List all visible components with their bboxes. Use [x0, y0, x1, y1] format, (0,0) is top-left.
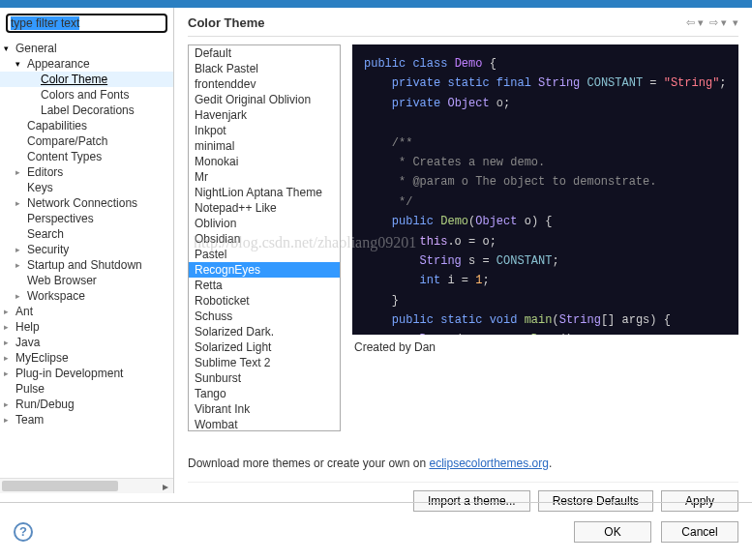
theme-item-vibrant-ink[interactable]: Vibrant Ink [189, 401, 340, 417]
expand-icon[interactable] [4, 368, 14, 378]
theme-item-roboticket[interactable]: Roboticket [189, 293, 340, 309]
download-link[interactable]: eclipsecolorthemes.org [429, 457, 548, 470]
tree-item-network-connections[interactable]: Network Connections [0, 195, 173, 211]
tree-item-search[interactable]: Search [0, 226, 173, 242]
tree-item-label: Color Theme [39, 73, 107, 86]
tree-item-workspace[interactable]: Workspace [0, 288, 173, 304]
theme-item-minimal[interactable]: minimal [189, 138, 340, 154]
horizontal-scrollbar[interactable]: ◂ ▸ [0, 478, 173, 493]
expand-icon[interactable] [4, 415, 14, 425]
tree-item-label: Perspectives [25, 212, 94, 225]
tree-item-label: Run/Debug [14, 398, 75, 411]
scroll-right-icon[interactable]: ▸ [158, 479, 173, 493]
tree-item-label: Workspace [25, 289, 85, 303]
theme-item-recogneyes[interactable]: RecognEyes [189, 262, 340, 278]
theme-item-monokai[interactable]: Monokai [189, 154, 340, 169]
tree-item-label: Label Decorations [39, 103, 135, 117]
theme-item-solarized-dark-[interactable]: Solarized Dark. [189, 324, 340, 339]
theme-item-oblivion[interactable]: Oblivion [189, 216, 340, 231]
tree-item-web-browser[interactable]: Web Browser [0, 273, 173, 288]
tree-item-startup-and-shutdown[interactable]: Startup and Shutdown [0, 257, 173, 273]
theme-item-gedit-original-oblivion[interactable]: Gedit Original Oblivion [189, 92, 340, 107]
tree-item-editors[interactable]: Editors [0, 164, 173, 180]
help-icon[interactable]: ? [14, 522, 33, 542]
expand-icon[interactable] [4, 353, 14, 363]
theme-item-pastel[interactable]: Pastel [189, 247, 340, 262]
scrollbar-thumb[interactable] [2, 481, 118, 491]
menu-icon[interactable]: ▾ [733, 16, 738, 29]
footer: ? OK Cancel [0, 502, 752, 560]
theme-item-solarized-light[interactable]: Solarized Light [189, 339, 340, 355]
tree-item-label: Security [25, 243, 69, 256]
preferences-tree[interactable]: GeneralAppearanceColor ThemeColors and F… [0, 39, 173, 478]
expand-icon[interactable] [15, 167, 25, 177]
theme-item-notepad-like[interactable]: Notepad++ Like [189, 200, 340, 216]
tree-item-run-debug[interactable]: Run/Debug [0, 397, 173, 412]
tree-item-capabilities[interactable]: Capabilities [0, 118, 173, 133]
theme-item-mr[interactable]: Mr [189, 169, 340, 185]
tree-item-appearance[interactable]: Appearance [0, 56, 173, 72]
tree-item-help[interactable]: Help [0, 319, 173, 335]
main-layout: GeneralAppearanceColor ThemeColors and F… [0, 8, 752, 493]
expand-icon[interactable] [15, 291, 25, 301]
cancel-button[interactable]: Cancel [661, 521, 738, 543]
tree-item-label: Capabilities [25, 119, 87, 133]
tree-item-label: Web Browser [25, 274, 97, 287]
tree-item-label-decorations[interactable]: Label Decorations [0, 103, 173, 118]
nav-icons: ⇦ ▾ ⇨ ▾ ▾ [686, 16, 738, 29]
content-area: Color Theme ⇦ ▾ ⇨ ▾ ▾ DefaultBlack Paste… [174, 8, 752, 493]
filter-input[interactable] [6, 14, 167, 33]
tree-item-label: Network Connections [25, 196, 137, 210]
tree-item-ant[interactable]: Ant [0, 304, 173, 319]
theme-item-wombat[interactable]: Wombat [189, 417, 340, 431]
theme-item-obsidian[interactable]: Obsidian [189, 231, 340, 247]
tree-item-label: Java [14, 336, 40, 349]
tree-item-color-theme[interactable]: Color Theme [0, 72, 173, 87]
expand-icon[interactable] [15, 245, 25, 254]
expand-icon[interactable] [4, 399, 14, 409]
tree-item-perspectives[interactable]: Perspectives [0, 211, 173, 226]
theme-item-retta[interactable]: Retta [189, 278, 340, 293]
tree-item-team[interactable]: Team [0, 412, 173, 427]
tree-item-colors-and-fonts[interactable]: Colors and Fonts [0, 87, 173, 103]
theme-item-tango[interactable]: Tango [189, 386, 340, 401]
expand-icon[interactable] [4, 307, 14, 316]
theme-item-nightlion-aptana-theme[interactable]: NightLion Aptana Theme [189, 185, 340, 200]
theme-item-schuss[interactable]: Schuss [189, 309, 340, 324]
expand-icon[interactable] [15, 59, 25, 69]
ok-button[interactable]: OK [574, 521, 651, 543]
tree-item-myeclipse[interactable]: MyEclipse [0, 350, 173, 366]
expand-icon[interactable] [4, 338, 14, 347]
forward-icon[interactable]: ⇨ ▾ [709, 16, 727, 29]
sidebar: GeneralAppearanceColor ThemeColors and F… [0, 8, 174, 493]
tree-item-pulse[interactable]: Pulse [0, 381, 173, 397]
tree-item-content-types[interactable]: Content Types [0, 149, 173, 164]
tree-item-label: Colors and Fonts [39, 88, 129, 102]
expand-icon[interactable] [4, 322, 14, 332]
tree-item-keys[interactable]: Keys [0, 180, 173, 195]
tree-item-java[interactable]: Java [0, 335, 173, 350]
tree-item-compare-patch[interactable]: Compare/Patch [0, 133, 173, 149]
tree-item-label: Plug-in Development [14, 367, 123, 380]
theme-item-default[interactable]: Default [189, 45, 340, 61]
tree-item-label: Team [14, 413, 44, 427]
theme-list[interactable]: DefaultBlack PastelfrontenddevGedit Orig… [188, 44, 341, 431]
tree-item-security[interactable]: Security [0, 242, 173, 257]
theme-item-sunburst[interactable]: Sunburst [189, 370, 340, 386]
tree-item-plug-in-development[interactable]: Plug-in Development [0, 366, 173, 381]
tree-item-label: Help [14, 320, 40, 334]
tree-item-label: General [14, 42, 57, 55]
back-icon[interactable]: ⇦ ▾ [686, 16, 704, 29]
theme-item-inkpot[interactable]: Inkpot [189, 123, 340, 138]
created-by-label: Created by Dan [352, 335, 738, 360]
theme-item-frontenddev[interactable]: frontenddev [189, 76, 340, 92]
tree-item-label: Appearance [25, 57, 90, 71]
theme-item-black-pastel[interactable]: Black Pastel [189, 61, 340, 76]
tree-item-general[interactable]: General [0, 41, 173, 56]
theme-item-havenjark[interactable]: Havenjark [189, 107, 340, 123]
tree-item-label: Keys [25, 181, 53, 194]
expand-icon[interactable] [15, 198, 25, 208]
expand-icon[interactable] [15, 260, 25, 270]
expand-icon[interactable] [4, 44, 14, 53]
theme-item-sublime-text-2[interactable]: Sublime Text 2 [189, 355, 340, 370]
